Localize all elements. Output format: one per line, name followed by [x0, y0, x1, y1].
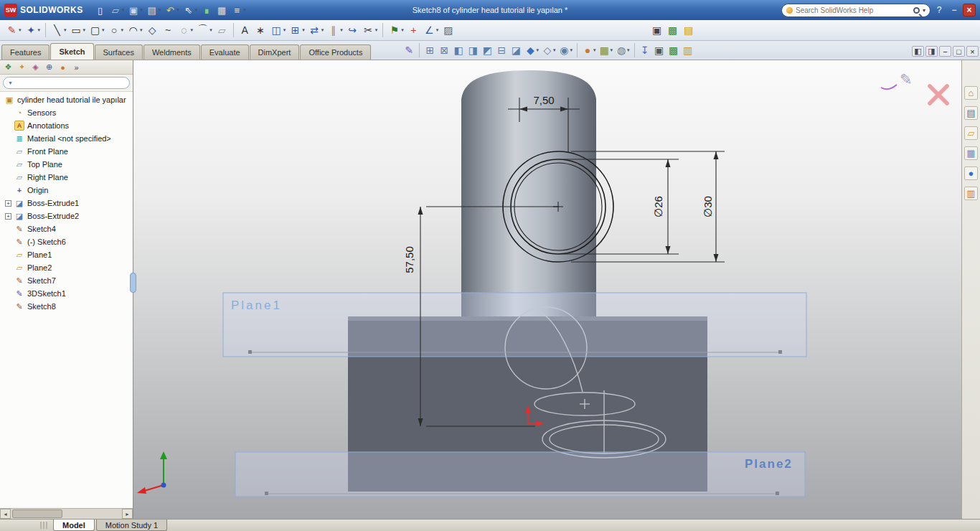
- rapid-sketch-icon[interactable]: ▨: [440, 23, 456, 38]
- point-icon[interactable]: ∗: [253, 23, 268, 38]
- line-icon-dropdown[interactable]: ▾: [64, 27, 67, 33]
- offset-entities-icon[interactable]: ∥: [326, 23, 341, 38]
- screenshot-camera-icon[interactable]: ▣: [649, 23, 664, 38]
- propertymanager-tab-icon[interactable]: ✦: [16, 62, 28, 73]
- tree-item-3dsketch1[interactable]: 3DSketch1: [0, 287, 133, 300]
- fm-overflow-icon[interactable]: »: [70, 62, 83, 73]
- line-icon[interactable]: ╲: [50, 23, 65, 38]
- edit-appearance-icon[interactable]: ●: [580, 43, 595, 57]
- view-orientation-icon-dropdown[interactable]: ▾: [536, 47, 539, 53]
- plane-tool-icon[interactable]: ▱: [215, 23, 230, 38]
- motion-study-tab[interactable]: Motion Study 1: [96, 520, 167, 531]
- model-cylinder[interactable]: [461, 70, 596, 316]
- trim-entities-icon[interactable]: ✂: [361, 23, 376, 38]
- sketch-picture-icon[interactable]: ▩: [665, 23, 680, 38]
- sketch-tool-icon[interactable]: ✎: [4, 23, 19, 38]
- sidebar-hscrollbar[interactable]: ◄ ►: [0, 508, 133, 519]
- trim-entities-icon-dropdown[interactable]: ▾: [375, 27, 378, 33]
- zoom-area-icon[interactable]: ⊠: [437, 43, 451, 57]
- expand-toggle[interactable]: +: [5, 200, 11, 207]
- scroll-right-button[interactable]: ►: [122, 509, 133, 519]
- tab-surfaces[interactable]: Surfaces: [95, 44, 143, 60]
- tab-sketch[interactable]: Sketch: [50, 43, 93, 60]
- reference-plane2[interactable]: Plane2: [235, 452, 805, 497]
- tree-item-material[interactable]: Material <not specified>: [0, 132, 133, 145]
- edit-sketch-pencil-icon[interactable]: ✎: [900, 71, 913, 88]
- undo-icon[interactable]: ↶: [163, 3, 177, 17]
- viewport-canvas[interactable]: Plane1 Plane2: [133, 60, 961, 519]
- custom-properties-icon[interactable]: ▥: [964, 187, 978, 200]
- screen-capture-icon[interactable]: ▣: [652, 43, 666, 57]
- graphics-area[interactable]: Plane1 Plane2: [133, 60, 961, 519]
- rectangle-icon-dropdown[interactable]: ▾: [83, 27, 86, 33]
- print-icon-dropdown[interactable]: ▾: [159, 7, 161, 13]
- tab-office-products[interactable]: Office Products: [300, 44, 371, 60]
- hide-show-items-icon[interactable]: ◉: [557, 43, 571, 57]
- solidworks-resources-icon[interactable]: ⌂: [964, 86, 978, 100]
- smart-dimension-icon-dropdown[interactable]: ▾: [38, 27, 41, 33]
- edit-sketch-icon[interactable]: ✎: [402, 43, 416, 57]
- slot-icon[interactable]: ▢: [88, 23, 103, 38]
- undo-icon-dropdown[interactable]: ▾: [176, 7, 179, 13]
- hide-show-items-icon-dropdown[interactable]: ▾: [570, 47, 573, 53]
- displaymanager-tab-icon[interactable]: ●: [57, 62, 69, 73]
- tree-filter-input[interactable]: [15, 79, 125, 87]
- tab-weldments[interactable]: Weldments: [143, 44, 200, 60]
- quick-snaps-icon-dropdown[interactable]: ▾: [436, 27, 439, 33]
- tab-features[interactable]: Features: [1, 44, 50, 60]
- options-icon[interactable]: ≡: [230, 3, 244, 17]
- fillet-icon-dropdown[interactable]: ▾: [209, 27, 212, 33]
- file-properties-icon[interactable]: ▦: [215, 3, 229, 17]
- design-library-icon[interactable]: ▤: [964, 106, 978, 120]
- linear-pattern-icon[interactable]: ⊞: [288, 23, 303, 38]
- dim-height-label[interactable]: 57,50: [403, 246, 415, 273]
- sketch-tool-icon-dropdown[interactable]: ▾: [19, 27, 22, 33]
- mirror-entities-icon-dropdown[interactable]: ▾: [283, 27, 286, 33]
- move-entities-icon-dropdown[interactable]: ▾: [321, 27, 324, 33]
- dim-dia-outer-label[interactable]: ∅30: [702, 196, 714, 217]
- tree-item-annotations[interactable]: Annotations: [0, 119, 133, 132]
- doc-minimize-icon[interactable]: −: [939, 46, 951, 57]
- tree-item-boss-extrude1[interactable]: + Boss-Extrude1: [0, 197, 133, 210]
- help-button[interactable]: ?: [933, 4, 946, 17]
- quick-snaps-icon[interactable]: ∠: [422, 23, 437, 38]
- record-video-icon[interactable]: ▩: [666, 43, 681, 57]
- rebuild-icon[interactable]: ∎: [199, 3, 214, 17]
- dimxpertmanager-tab-icon[interactable]: ⊕: [43, 62, 55, 73]
- open-icon-dropdown[interactable]: ▾: [122, 7, 125, 13]
- tree-item-top-plane[interactable]: Top Plane: [0, 158, 133, 171]
- search-dropdown-icon[interactable]: ▾: [923, 7, 925, 14]
- plane1-label[interactable]: Plane1: [231, 299, 282, 312]
- view-settings-icon-dropdown[interactable]: ▾: [627, 47, 630, 53]
- tree-filter[interactable]: ▼: [3, 77, 130, 89]
- tree-item-plane2[interactable]: Plane2: [0, 261, 133, 274]
- select-icon-dropdown[interactable]: ▾: [195, 7, 198, 13]
- tree-item-right-plane[interactable]: Right Plane: [0, 171, 133, 184]
- tab-evaluate[interactable]: Evaluate: [201, 44, 249, 60]
- tree-item-boss-extrude2[interactable]: + Boss-Extrude2: [0, 210, 133, 222]
- view-palette-icon[interactable]: ▦: [964, 146, 978, 160]
- mirror-entities-icon[interactable]: ◫: [269, 23, 284, 38]
- help-search-input[interactable]: [796, 6, 910, 14]
- shadows-icon[interactable]: ◪: [509, 43, 523, 57]
- scroll-left-button[interactable]: ◄: [0, 509, 11, 519]
- tab-area-splitter[interactable]: [40, 522, 47, 529]
- circle-icon-dropdown[interactable]: ▾: [121, 27, 124, 33]
- tree-item-sketch6[interactable]: (-) Sketch6: [0, 235, 133, 248]
- tab-dimxpert[interactable]: DimXpert: [250, 44, 300, 60]
- scroll-track[interactable]: [11, 509, 122, 519]
- pack-and-go-icon[interactable]: ▤: [681, 23, 696, 38]
- pane-display-right-icon[interactable]: ◨: [925, 46, 938, 57]
- wireframe-icon[interactable]: ⊟: [494, 43, 509, 57]
- display-style-icon[interactable]: ◇: [540, 43, 555, 57]
- display-relations-icon[interactable]: ⚑: [387, 23, 402, 38]
- panel-splitter-grip[interactable]: [130, 273, 136, 293]
- instant3d-icon[interactable]: ↧: [638, 43, 652, 57]
- move-entities-icon[interactable]: ⇄: [307, 23, 322, 38]
- reference-plane1[interactable]: Plane1: [223, 293, 806, 357]
- display-style-icon-dropdown[interactable]: ▾: [553, 47, 556, 53]
- slot-icon-dropdown[interactable]: ▾: [102, 27, 105, 33]
- search-icon[interactable]: [913, 7, 920, 14]
- ellipse-icon[interactable]: ◌: [176, 23, 192, 38]
- repair-sketch-icon[interactable]: +: [406, 23, 421, 38]
